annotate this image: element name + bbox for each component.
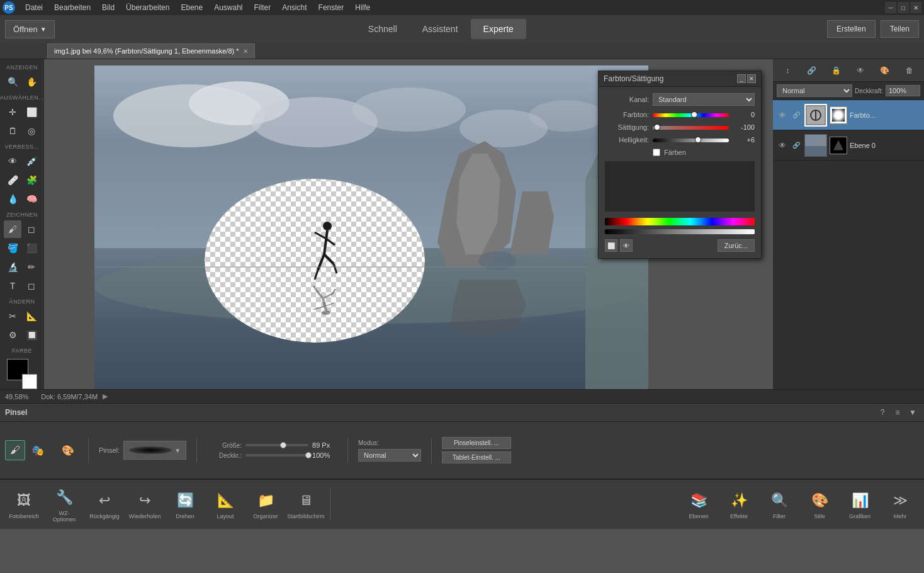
mode-schnell[interactable]: Schnell <box>356 19 410 39</box>
menu-ebene[interactable]: Ebene <box>176 2 208 13</box>
dock-rückgängig[interactable]: ↩ Rückgängig <box>86 487 123 522</box>
document-tab[interactable]: img1.jpg bei 49,6% (Farbton/Sättigung 1,… <box>47 43 255 59</box>
pinseleinstell-button[interactable]: Pinseleinstell. ... <box>442 437 511 449</box>
dock-ebenen[interactable]: 📚 Ebenen <box>680 487 718 522</box>
teilen-button[interactable]: Teilen <box>881 20 919 38</box>
helligkeit-thumb[interactable] <box>695 137 701 143</box>
paint-bucket-tool[interactable]: 🪣 <box>4 239 21 257</box>
color-replace-brush-btn[interactable]: 🎨 <box>58 440 78 460</box>
hs-dialog-title-bar[interactable]: Farbton/Sättigung _ ✕ <box>599 71 761 87</box>
dock-layout[interactable]: 📐 Layout <box>206 487 244 522</box>
farben-checkbox[interactable] <box>653 149 660 156</box>
brush-preview-dropdown[interactable]: ▼ <box>123 441 186 460</box>
erstellen-button[interactable]: Erstellen <box>827 20 876 38</box>
opacity-input[interactable] <box>886 85 920 96</box>
menu-auswahl[interactable]: Auswahl <box>209 2 247 13</box>
dock-grafiken[interactable]: 📊 Grafiken <box>841 487 879 522</box>
move-layer-icon[interactable]: ↕ <box>780 63 795 78</box>
menu-fenster[interactable]: Fenster <box>313 2 349 13</box>
warp-tool[interactable]: ⚙ <box>4 326 21 344</box>
clone-tool[interactable]: 🧩 <box>23 171 40 189</box>
menu-bearbeiten[interactable]: Bearbeiten <box>49 2 96 13</box>
move-tool[interactable]: ✛ <box>4 103 21 121</box>
mode-experte[interactable]: Experte <box>471 19 526 39</box>
eraser-tool[interactable]: ◻ <box>23 220 40 238</box>
dock-effekte[interactable]: ✨ Effekte <box>720 487 758 522</box>
dock-fotobereich[interactable]: 🖼 Fotobereich <box>5 487 43 522</box>
text-tool[interactable]: T <box>4 277 21 295</box>
visibility-icon[interactable]: 👁 <box>853 63 868 78</box>
layer2-eye-icon[interactable]: 👁 <box>777 140 788 151</box>
farbton-slider[interactable] <box>653 111 729 118</box>
content-aware-tool[interactable]: 🔲 <box>23 326 40 344</box>
maximize-button[interactable]: □ <box>898 2 909 13</box>
menu-hilfe[interactable]: Hilfe <box>350 2 375 13</box>
minimize-button[interactable]: ─ <box>885 2 896 13</box>
delete-layer-icon[interactable]: 🗑 <box>902 63 917 78</box>
lasso-tool[interactable]: 🗒 <box>4 122 21 140</box>
size-slider-thumb[interactable] <box>280 442 286 448</box>
eyedropper-tool[interactable]: 👁 <box>4 152 21 170</box>
brush-tool[interactable]: 🖌 <box>4 220 21 238</box>
healing-tool[interactable]: 🩹 <box>4 171 21 189</box>
size-slider[interactable] <box>245 444 308 446</box>
dock-organizer[interactable]: 📁 Organizer <box>247 487 285 522</box>
quick-select-tool[interactable]: ◎ <box>23 122 40 140</box>
dock-wiederholen[interactable]: ↪ Wiederholen <box>126 487 164 522</box>
pencil-tool[interactable]: ✏ <box>23 258 40 276</box>
smudge-tool[interactable]: 🧠 <box>23 190 40 208</box>
hand-tool[interactable]: ✋ <box>23 73 40 91</box>
farbton-thumb[interactable] <box>691 111 697 118</box>
straighten-tool[interactable]: 📐 <box>23 307 40 325</box>
menu-datei[interactable]: Datei <box>20 2 48 13</box>
menu-ansicht[interactable]: Ansicht <box>277 2 312 13</box>
zoom-tool[interactable]: 🔍 <box>4 73 21 91</box>
dock-startbildschirm[interactable]: 🖥 Startbildschirm <box>287 487 325 522</box>
canvas-container[interactable]: Farbton/Sättigung _ ✕ Kanal: Standard <box>44 59 773 389</box>
hs-dialog-shrink-icon[interactable]: _ <box>737 74 746 83</box>
vector-tool[interactable]: ◻ <box>23 277 40 295</box>
helligkeit-slider[interactable] <box>653 136 729 144</box>
dock-filter[interactable]: 🔍 Filter <box>760 487 798 522</box>
menu-bild[interactable]: Bild <box>97 2 120 13</box>
tablet-einstell-button[interactable]: Tablet-Einstell. ... <box>442 451 511 463</box>
brush-icon-btn[interactable]: 🖌 <box>5 440 25 460</box>
dialog-icon-eye[interactable]: 👁 <box>620 239 633 252</box>
opacity-slider[interactable] <box>245 454 308 457</box>
open-button[interactable]: Öffnen ▼ <box>5 20 55 38</box>
color-overlay-icon[interactable]: 🎨 <box>877 63 893 78</box>
tool-help-icon[interactable]: ? <box>876 406 889 419</box>
color-pick-tool[interactable]: 🔬 <box>4 258 21 276</box>
close-button[interactable]: ✕ <box>910 2 921 13</box>
dialog-icon-left[interactable]: ⬜ <box>605 239 617 252</box>
layer1-eye-icon[interactable]: 👁 <box>777 110 788 121</box>
lock-icon[interactable]: 🔒 <box>829 63 844 78</box>
status-arrow-icon[interactable]: ▶ <box>100 392 110 402</box>
blend-mode-select[interactable]: Normal <box>777 84 852 97</box>
brush-mode-select[interactable]: Normal <box>358 449 421 462</box>
gradient-tool[interactable]: ⬛ <box>23 239 40 257</box>
link-icon[interactable]: 🔗 <box>804 63 820 78</box>
blur-tool[interactable]: 💧 <box>4 190 21 208</box>
opacity-slider-thumb[interactable] <box>305 452 312 458</box>
layer-item-farbton[interactable]: 👁 🔗 Farbto... <box>773 100 924 130</box>
dock-stile[interactable]: 🎨 Stile <box>801 487 838 522</box>
tool-options-menu-icon[interactable]: ≡ <box>891 406 904 419</box>
hs-dialog-close-icon[interactable]: ✕ <box>747 74 756 83</box>
color-replace-tool[interactable]: 💉 <box>23 152 40 170</box>
layer-item-ebene0[interactable]: 👁 🔗 Ebene 0 <box>773 130 924 161</box>
background-color[interactable] <box>22 374 37 389</box>
mode-assistent[interactable]: Assistent <box>410 19 471 39</box>
tool-options-expand-icon[interactable]: ▼ <box>906 406 919 419</box>
dock-wz-optionen[interactable]: 🔧 WZ-Optionen <box>45 484 83 525</box>
crop-tool[interactable]: ✂ <box>4 307 21 325</box>
sattigung-slider[interactable] <box>653 123 729 131</box>
impressionist-brush-btn[interactable]: 🎭 <box>28 440 48 460</box>
kanal-select[interactable]: Standard <box>653 93 755 106</box>
menu-filter[interactable]: Filter <box>249 2 276 13</box>
zurück-button[interactable]: Zurüc... <box>718 239 755 252</box>
menu-überarbeiten[interactable]: Überarbeiten <box>121 2 174 13</box>
dock-mehr[interactable]: ≫ Mehr <box>881 487 919 522</box>
tab-close-icon[interactable]: ✕ <box>243 48 248 55</box>
marquee-tool[interactable]: ⬜ <box>23 103 40 121</box>
